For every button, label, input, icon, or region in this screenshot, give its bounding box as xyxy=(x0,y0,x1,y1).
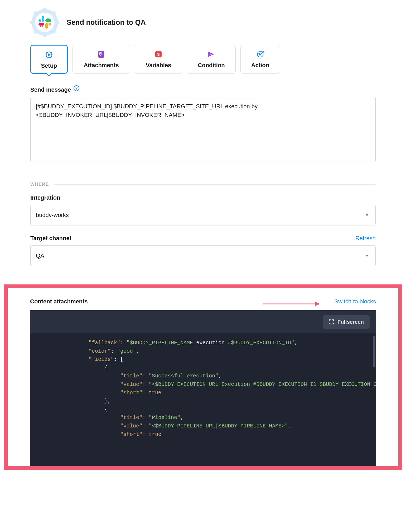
tab-label: Setup xyxy=(41,62,57,69)
svg-rect-1 xyxy=(43,33,47,37)
tab-row: Setup Attachments $ Variables IF Conditi… xyxy=(0,45,406,86)
page-container: Send notification to QA Setup Attachment… xyxy=(0,8,406,470)
integration-value: buddy-works xyxy=(36,212,69,219)
tab-label: Action xyxy=(251,62,269,69)
action-icon xyxy=(256,50,264,58)
code-line: { xyxy=(30,364,376,372)
svg-marker-9 xyxy=(48,53,51,56)
tab-action[interactable]: Action xyxy=(240,45,280,74)
code-line: }, xyxy=(30,397,376,405)
highlight-frame: Content attachments Switch to blocks xyxy=(4,284,402,470)
scrollbar[interactable] xyxy=(372,333,376,466)
fullscreen-icon xyxy=(328,319,334,325)
page-title: Send notification to QA xyxy=(67,18,146,27)
content-attachments-header: Content attachments Switch to blocks xyxy=(30,298,376,305)
tab-setup[interactable]: Setup xyxy=(30,45,68,74)
svg-rect-2 xyxy=(30,21,34,24)
code-line: "fallback": "$BUDDY_PIPELINE_NAME execut… xyxy=(30,339,376,347)
svg-rect-0 xyxy=(43,8,47,11)
tab-attachments[interactable]: Attachments xyxy=(72,45,130,74)
scrollbar-thumb[interactable] xyxy=(373,336,375,367)
help-icon[interactable]: ? xyxy=(74,85,79,91)
pointer-arrow-icon xyxy=(263,301,321,307)
content-attachments-label: Content attachments xyxy=(30,298,88,305)
condition-icon: IF xyxy=(207,50,215,58)
tab-variables[interactable]: $ Variables xyxy=(135,45,182,74)
svg-text:IF: IF xyxy=(210,53,212,56)
code-line: "short": true xyxy=(30,430,376,439)
page-header: Send notification to QA xyxy=(0,8,406,45)
variables-icon: $ xyxy=(154,50,162,58)
svg-rect-3 xyxy=(56,21,59,24)
integration-section: Integration buddy-works ▼ Target channel… xyxy=(0,194,406,266)
attachment-icon xyxy=(97,50,105,58)
code-line: "title": "Successful execution", xyxy=(30,372,376,380)
integration-label: Integration xyxy=(30,194,376,201)
send-message-input[interactable] xyxy=(30,97,376,162)
code-line: "value": "<$BUDDY_PIPELINE_URL|$BUDDY_PI… xyxy=(30,422,376,430)
tab-label: Condition xyxy=(198,62,225,69)
send-message-label: Send message xyxy=(30,86,71,93)
send-message-section: Send message ? xyxy=(0,86,406,163)
target-channel-select[interactable]: QA xyxy=(30,245,376,266)
code-line: "short": true xyxy=(30,389,376,397)
code-body[interactable]: "fallback": "$BUDDY_PIPELINE_NAME execut… xyxy=(30,333,376,466)
slack-icon xyxy=(38,15,52,29)
switch-to-blocks-link[interactable]: Switch to blocks xyxy=(334,298,376,305)
tab-label: Variables xyxy=(146,62,171,69)
code-editor: Fullscreen "fallback": "$BUDDY_PIPELINE_… xyxy=(30,310,376,466)
integration-select[interactable]: buddy-works xyxy=(30,205,376,225)
code-line: "fields": [ xyxy=(30,355,376,364)
code-line: "value": "<$BUDDY_EXECUTION_URL|Executio… xyxy=(30,380,376,389)
refresh-link[interactable]: Refresh xyxy=(355,235,376,242)
code-toolbar: Fullscreen xyxy=(30,310,376,333)
divider-line xyxy=(54,184,376,185)
fullscreen-label: Fullscreen xyxy=(337,319,364,325)
code-line: "title": "Pipeline", xyxy=(30,413,376,422)
tab-label: Attachments xyxy=(84,62,119,69)
target-channel-label: Target channel xyxy=(30,235,71,242)
code-line: { xyxy=(30,405,376,414)
where-divider: WHERE xyxy=(0,163,406,194)
fullscreen-button[interactable]: Fullscreen xyxy=(323,315,370,329)
code-line: "color": "good", xyxy=(30,347,376,356)
tab-condition[interactable]: IF Condition xyxy=(187,45,236,74)
where-label: WHERE xyxy=(30,182,49,187)
action-gear-icon xyxy=(30,8,59,37)
svg-text:$: $ xyxy=(157,52,160,57)
svg-marker-17 xyxy=(315,302,320,306)
target-channel-value: QA xyxy=(36,252,44,259)
setup-gear-icon xyxy=(45,51,53,59)
